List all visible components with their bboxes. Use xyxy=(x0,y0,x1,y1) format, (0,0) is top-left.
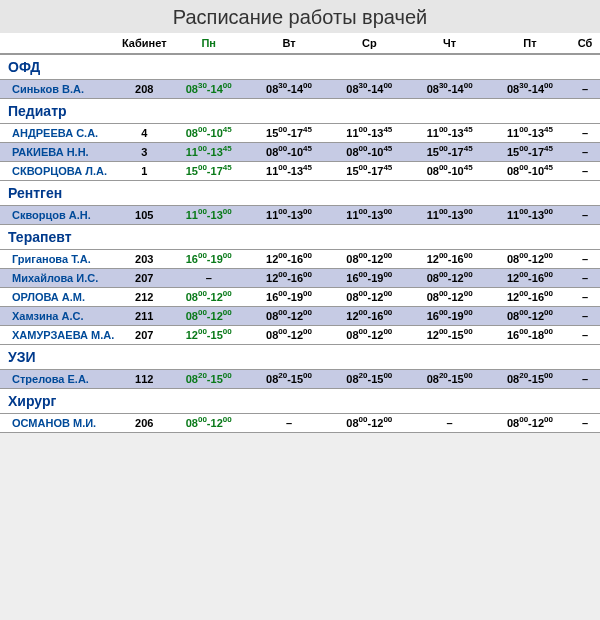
section-title: Хирург xyxy=(0,389,600,414)
doctor-name: РАКИЕВА Н.Н. xyxy=(0,143,120,162)
doctor-cab: 212 xyxy=(120,288,169,307)
doctor-row: Стрелова Е.А.1120820-15000820-15000820-1… xyxy=(0,370,600,389)
doctor-name: Михайлова И.С. xyxy=(0,269,120,288)
time-cell: – xyxy=(570,370,600,389)
time-cell: 0800-1200 xyxy=(249,307,329,326)
time-cell: 0800-1200 xyxy=(329,414,409,433)
time-cell: 0800-1200 xyxy=(169,288,249,307)
header-day: Ср xyxy=(329,33,409,54)
doctor-name: СКВОРЦОВА Л.А. xyxy=(0,162,120,181)
time-cell: 1600-1800 xyxy=(490,326,570,345)
doctor-cab: 4 xyxy=(120,124,169,143)
time-cell: 1200-1500 xyxy=(409,326,489,345)
time-cell: – xyxy=(570,250,600,269)
schedule-table: Кабинет Пн Вт Ср Чт Пт Сб ОФДСиньков В.А… xyxy=(0,33,600,433)
time-cell: 1200-1500 xyxy=(169,326,249,345)
time-cell: 1100-1300 xyxy=(169,206,249,225)
time-cell: 0820-1500 xyxy=(490,370,570,389)
doctor-row: РАКИЕВА Н.Н.31100-13450800-10450800-1045… xyxy=(0,143,600,162)
time-cell: 0800-1045 xyxy=(409,162,489,181)
header-day: Чт xyxy=(409,33,489,54)
time-cell: 1200-1600 xyxy=(490,288,570,307)
time-cell: – xyxy=(570,206,600,225)
header-row: Кабинет Пн Вт Ср Чт Пт Сб xyxy=(0,33,600,54)
time-cell: – xyxy=(570,143,600,162)
time-cell: 1500-1745 xyxy=(490,143,570,162)
section-row: Терапевт xyxy=(0,225,600,250)
time-cell: 0830-1400 xyxy=(409,80,489,99)
time-cell: 1600-1900 xyxy=(329,269,409,288)
time-cell: 1100-1300 xyxy=(409,206,489,225)
time-cell: 0800-1200 xyxy=(169,307,249,326)
time-cell: 0800-1200 xyxy=(409,288,489,307)
header-day: Пн xyxy=(169,33,249,54)
time-cell: 0800-1045 xyxy=(329,143,409,162)
time-cell: 0800-1200 xyxy=(490,307,570,326)
doctor-cab: 211 xyxy=(120,307,169,326)
time-cell: – xyxy=(570,414,600,433)
time-cell: 0800-1045 xyxy=(490,162,570,181)
time-cell: 1100-1345 xyxy=(490,124,570,143)
section-row: Рентген xyxy=(0,181,600,206)
time-cell: 0830-1400 xyxy=(169,80,249,99)
time-cell: 1500-1745 xyxy=(329,162,409,181)
section-title: ОФД xyxy=(0,54,600,80)
doctor-name: Григанова Т.А. xyxy=(0,250,120,269)
doctor-row: ОСМАНОВ М.И.2060800-1200–0800-1200–0800-… xyxy=(0,414,600,433)
time-cell: 1200-1600 xyxy=(249,250,329,269)
header-name xyxy=(0,33,120,54)
time-cell: 1500-1745 xyxy=(249,124,329,143)
doctor-name: ОРЛОВА А.М. xyxy=(0,288,120,307)
doctor-name: Стрелова Е.А. xyxy=(0,370,120,389)
doctor-row: Синьков В.А.2080830-14000830-14000830-14… xyxy=(0,80,600,99)
doctor-name: Хамзина А.С. xyxy=(0,307,120,326)
doctor-cab: 1 xyxy=(120,162,169,181)
time-cell: 0800-1200 xyxy=(249,326,329,345)
time-cell: – xyxy=(249,414,329,433)
time-cell: 0830-1400 xyxy=(490,80,570,99)
time-cell: 0800-1045 xyxy=(249,143,329,162)
doctor-row: СКВОРЦОВА Л.А.11500-17451100-13451500-17… xyxy=(0,162,600,181)
time-cell: – xyxy=(169,269,249,288)
section-title: Педиатр xyxy=(0,99,600,124)
time-cell: 0820-1500 xyxy=(249,370,329,389)
time-cell: – xyxy=(570,288,600,307)
time-cell: 1600-1900 xyxy=(249,288,329,307)
time-cell: 1600-1900 xyxy=(409,307,489,326)
time-cell: 0800-1045 xyxy=(169,124,249,143)
doctor-row: Григанова Т.А.2031600-19001200-16000800-… xyxy=(0,250,600,269)
time-cell: 0820-1500 xyxy=(169,370,249,389)
header-cab: Кабинет xyxy=(120,33,169,54)
doctor-cab: 207 xyxy=(120,269,169,288)
time-cell: 0800-1200 xyxy=(490,414,570,433)
section-title: Терапевт xyxy=(0,225,600,250)
time-cell: 1500-1745 xyxy=(169,162,249,181)
section-row: ОФД xyxy=(0,54,600,80)
doctor-row: ОРЛОВА А.М.2120800-12001600-19000800-120… xyxy=(0,288,600,307)
time-cell: 1500-1745 xyxy=(409,143,489,162)
doctor-row: ХАМУРЗАЕВА М.А.2071200-15000800-12000800… xyxy=(0,326,600,345)
doctor-name: Синьков В.А. xyxy=(0,80,120,99)
section-row: Хирург xyxy=(0,389,600,414)
time-cell: – xyxy=(570,326,600,345)
time-cell: 1200-1600 xyxy=(490,269,570,288)
time-cell: 0830-1400 xyxy=(249,80,329,99)
time-cell: 1200-1600 xyxy=(409,250,489,269)
doctor-row: Михайлова И.С.207–1200-16001600-19000800… xyxy=(0,269,600,288)
page-title: Расписание работы врачей xyxy=(0,0,600,33)
time-cell: 1200-1600 xyxy=(329,307,409,326)
time-cell: 1100-1300 xyxy=(249,206,329,225)
time-cell: 1100-1345 xyxy=(329,124,409,143)
time-cell: 1100-1345 xyxy=(409,124,489,143)
time-cell: – xyxy=(570,80,600,99)
time-cell: – xyxy=(570,307,600,326)
doctor-cab: 208 xyxy=(120,80,169,99)
time-cell: 0820-1500 xyxy=(329,370,409,389)
time-cell: 1600-1900 xyxy=(169,250,249,269)
doctor-cab: 206 xyxy=(120,414,169,433)
doctor-name: ОСМАНОВ М.И. xyxy=(0,414,120,433)
time-cell: 0800-1200 xyxy=(329,326,409,345)
time-cell: 1100-1345 xyxy=(169,143,249,162)
time-cell: 0820-1500 xyxy=(409,370,489,389)
doctor-row: АНДРЕЕВА С.А.40800-10451500-17451100-134… xyxy=(0,124,600,143)
